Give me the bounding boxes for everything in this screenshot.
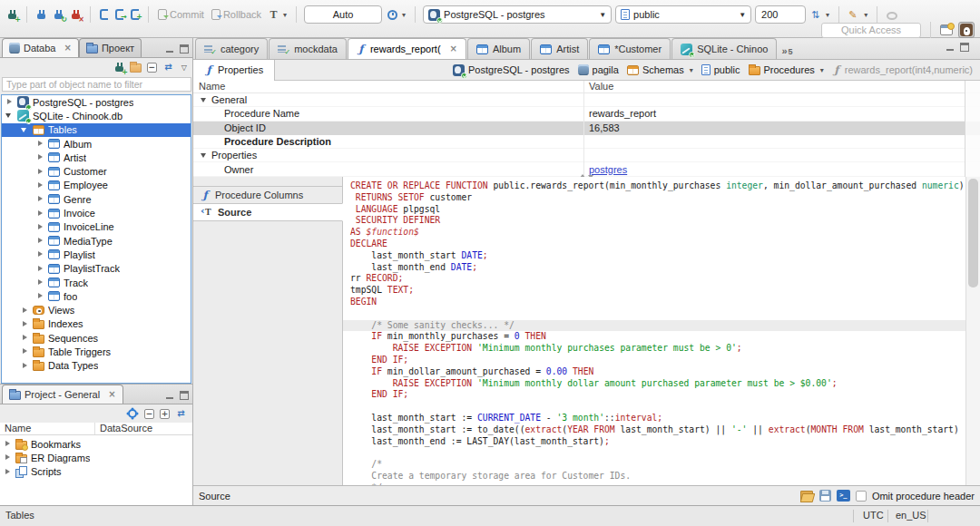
minimize-icon[interactable] xyxy=(165,44,174,54)
tree-arrow-icon[interactable] xyxy=(4,440,12,448)
group-expanded-arrow[interactable] xyxy=(201,151,208,159)
source-viewer[interactable]: CREATE OR REPLACE FUNCTION public.reward… xyxy=(343,177,980,485)
tab-project-general[interactable]: Project - General × xyxy=(2,385,123,404)
tree-item-views[interactable]: Views xyxy=(2,303,191,317)
quick-access-input[interactable] xyxy=(821,23,921,38)
editor-tab-category[interactable]: category xyxy=(195,38,268,59)
schema-combo[interactable]: public ▼ xyxy=(615,5,751,24)
tree-item-customer[interactable]: Customer xyxy=(2,164,191,178)
editor-tab-customer[interactable]: *Customer xyxy=(589,38,671,59)
chevron-down-icon[interactable]: ▾ xyxy=(820,66,824,74)
property-row-procedure-description[interactable]: Procedure Description xyxy=(193,135,980,149)
save-to-file-icon[interactable] xyxy=(819,490,831,502)
dbeaver-perspective-button[interactable] xyxy=(958,22,975,38)
omit-header-checkbox[interactable] xyxy=(856,491,867,502)
tree-item-mediatype[interactable]: MediaType xyxy=(2,234,191,248)
lasso-button[interactable] xyxy=(885,8,899,22)
breadcrumb-item-postgresql-postgres[interactable]: PostgreSQL - postgres xyxy=(453,64,569,76)
connection-combo[interactable]: PostgreSQL - postgres ▼ xyxy=(423,5,612,24)
tree-item-foo[interactable]: foo xyxy=(2,289,191,303)
breadcrumb-item-procedures[interactable]: Procedures▾ xyxy=(749,64,824,75)
mock-data-button[interactable]: ▾ xyxy=(847,7,869,23)
tree-item-playlisttrack[interactable]: PlaylistTrack xyxy=(2,262,191,276)
tree-arrow-icon[interactable] xyxy=(5,112,14,120)
tree-item-employee[interactable]: Employee xyxy=(2,179,191,192)
expand-all-icon[interactable] xyxy=(160,409,170,419)
commit-mode-combo[interactable]: Auto xyxy=(304,5,382,24)
breadcrumb-item-public[interactable]: public xyxy=(701,64,740,75)
tree-arrow-icon[interactable] xyxy=(21,307,29,315)
tree-arrow-icon[interactable] xyxy=(4,453,12,462)
group-expanded-arrow[interactable] xyxy=(201,96,208,103)
property-row-general[interactable]: General xyxy=(193,93,980,107)
editor-tab-rewards-report[interactable]: rewards_report(× xyxy=(348,38,466,59)
subtab-source[interactable]: Source xyxy=(193,203,343,221)
tree-arrow-icon[interactable] xyxy=(36,265,44,273)
minimize-icon[interactable] xyxy=(165,391,174,400)
project-item-scripts[interactable]: Scripts xyxy=(0,465,192,479)
maximize-icon[interactable] xyxy=(960,43,969,52)
tree-item-indexes[interactable]: Indexes xyxy=(2,317,191,331)
tree-arrow-icon[interactable] xyxy=(21,334,29,342)
tree-item-sequences[interactable]: Sequences xyxy=(2,331,191,345)
new-connection-icon[interactable]: + xyxy=(114,62,124,73)
tree-item-postgresql-postgres[interactable]: PostgreSQL - postgres xyxy=(2,95,191,109)
scrollbar-thumb[interactable] xyxy=(968,179,978,287)
project-tree[interactable]: BookmarksER DiagramsScripts xyxy=(0,435,192,479)
tree-item-invoiceline[interactable]: InvoiceLine xyxy=(2,220,191,234)
commit-button[interactable]: Commit xyxy=(156,7,206,22)
tree-item-track[interactable]: Track xyxy=(2,276,191,289)
tab-overflow-button[interactable]: »5 xyxy=(778,45,796,59)
tree-arrow-icon[interactable] xyxy=(5,98,14,106)
breadcrumb-item-rewards-report-int4-numeric[interactable]: rewards_report(int4,numeric) xyxy=(832,64,973,76)
tree-arrow-icon[interactable] xyxy=(36,278,44,287)
tree-arrow-icon[interactable] xyxy=(36,223,44,231)
breadcrumb-item-schemas[interactable]: Schemas▾ xyxy=(627,64,693,75)
column-datasource[interactable]: DataSource xyxy=(95,423,152,434)
disconnect-button[interactable]: × xyxy=(69,7,83,23)
close-icon[interactable]: × xyxy=(108,390,115,399)
link-with-editor-icon[interactable] xyxy=(175,408,187,419)
refresh-button[interactable]: ▾ xyxy=(809,7,831,23)
tree-arrow-icon[interactable] xyxy=(36,250,44,258)
tree-item-tables[interactable]: Tables xyxy=(2,123,191,137)
tree-arrow-icon[interactable] xyxy=(21,362,29,370)
subtab-procedure-columns[interactable]: Procedure Columns xyxy=(193,186,342,204)
tree-arrow-icon[interactable] xyxy=(36,140,44,148)
tree-item-genre[interactable]: Genre xyxy=(2,192,191,206)
tree-item-data-types[interactable]: Data Types xyxy=(2,359,191,373)
new-folder-icon[interactable] xyxy=(130,63,142,73)
minimize-icon[interactable] xyxy=(946,43,955,52)
maximize-icon[interactable] xyxy=(180,44,189,54)
tree-item-artist[interactable]: Artist xyxy=(2,151,191,164)
new-connection-button[interactable]: + xyxy=(5,7,19,23)
rollback-button[interactable]: Rollback xyxy=(210,7,263,22)
object-filter-input[interactable] xyxy=(2,77,191,92)
tree-arrow-icon[interactable] xyxy=(36,195,44,203)
new-sql-editor-button[interactable]: + xyxy=(129,7,141,22)
tree-item-album[interactable]: Album xyxy=(2,137,191,151)
property-row-procedure-name[interactable]: Procedure Namerewards_report xyxy=(193,107,980,121)
code-scrollbar[interactable] xyxy=(965,177,980,485)
tree-arrow-icon[interactable] xyxy=(21,347,29,356)
collapse-all-icon[interactable] xyxy=(144,409,154,419)
editor-tab-artist[interactable]: Artist xyxy=(531,38,588,59)
tab-properties[interactable]: Properties xyxy=(193,60,275,81)
locale-label[interactable]: en_US xyxy=(896,510,926,521)
grid-scrollbar[interactable] xyxy=(965,81,980,177)
tab-database-navigator[interactable]: Databa × xyxy=(2,38,79,57)
project-item-er-diagrams[interactable]: ER Diagrams xyxy=(0,451,192,464)
editor-tab-sqlite-chinoo[interactable]: SQLite - Chinoo xyxy=(671,38,777,59)
tree-arrow-icon[interactable] xyxy=(21,320,29,328)
editor-tab-album[interactable]: Album xyxy=(467,38,530,59)
tree-arrow-icon[interactable] xyxy=(36,209,44,218)
tree-arrow-icon[interactable] xyxy=(36,292,44,300)
tab-projects[interactable]: Проект xyxy=(79,38,142,57)
load-from-file-icon[interactable] xyxy=(800,491,814,502)
connect-button[interactable] xyxy=(34,7,48,23)
project-item-bookmarks[interactable]: Bookmarks xyxy=(0,437,192,451)
maximize-icon[interactable] xyxy=(180,391,189,400)
open-console-icon[interactable] xyxy=(837,490,850,502)
chevron-down-icon[interactable]: ▾ xyxy=(690,66,693,74)
tree-arrow-icon[interactable] xyxy=(36,181,44,190)
